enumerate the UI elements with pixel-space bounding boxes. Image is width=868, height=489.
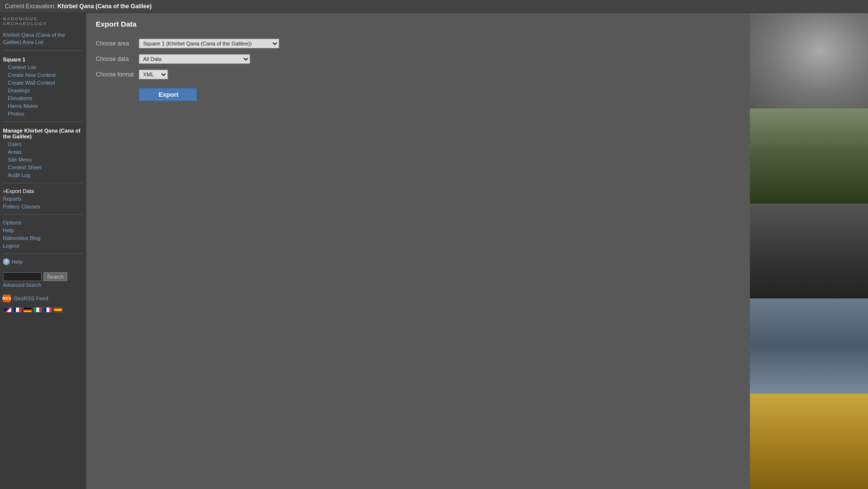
divider-5 [3, 253, 83, 254]
georss-link[interactable]: GeoRSS Feed [14, 296, 48, 301]
manage-section-title: Manage Khirbet Qana (Cana of the Galilee… [3, 128, 83, 139]
choose-format-cell: XML [139, 67, 284, 82]
sidebar-item-areas[interactable]: Areas [3, 148, 83, 156]
sidebar-item-nabonidus-blog[interactable]: Nabonidus Blog [3, 234, 83, 242]
choose-format-select[interactable]: XML [139, 70, 168, 79]
choose-area-label: Choose area [96, 36, 139, 51]
export-button-label-cell [96, 82, 139, 104]
flag-fr[interactable] [13, 307, 22, 312]
flag-uk[interactable] [3, 307, 12, 312]
main-content: Export Data Choose area Square 1 (Khirbe… [86, 13, 750, 489]
choose-format-row: Choose format XML [96, 67, 284, 82]
photo-3 [750, 204, 868, 299]
export-button[interactable]: Export [139, 88, 197, 101]
sidebar-item-options[interactable]: Options [3, 219, 83, 226]
search-row: Search [3, 272, 83, 281]
divider-4 [3, 214, 83, 215]
sidebar-item-reports[interactable]: Reports [3, 195, 83, 203]
sidebar-item-create-wall-context[interactable]: Create Wall Context [3, 79, 83, 87]
site-link[interactable]: Khirbet Qana (Cana of the Galilee) Area … [3, 31, 83, 46]
photo-4 [750, 298, 868, 394]
choose-area-select[interactable]: Square 1 (Khirbet Qana (Cana of the Gali… [139, 39, 279, 48]
sidebar-item-users[interactable]: Users [3, 140, 83, 148]
top-bar: Current Excavation: Khirbet Qana (Cana o… [0, 0, 868, 13]
sidebar-item-elevations[interactable]: Elevations [3, 94, 83, 102]
site-name: Khirbet Qana (Cana of the Galilee) [58, 3, 152, 10]
advanced-search-link[interactable]: Advanced Search [3, 282, 83, 288]
georss-area: RSS GeoRSS Feed [3, 295, 83, 302]
current-excavation-label: Current Excavation: [5, 3, 56, 10]
choose-format-label: Choose format [96, 67, 139, 82]
choose-data-row: Choose data All Data [96, 51, 284, 67]
flag-de[interactable] [23, 307, 32, 312]
sidebar-item-create-new-context[interactable]: Create New Context [3, 71, 83, 79]
logo-sub: ARCHAEOLOGY [3, 22, 83, 27]
flag-it[interactable] [33, 307, 42, 312]
sidebar-item-context-sheet[interactable]: Context Sheet [3, 163, 83, 171]
sidebar-item-context-list[interactable]: Context List [3, 63, 83, 71]
sidebar-item-pottery-classes[interactable]: Pottery Classes [3, 203, 83, 210]
logo: NABONIDUS ARCHAEOLOGY [3, 17, 83, 27]
sidebar-item-export-data[interactable]: »Export Data [3, 187, 83, 195]
divider-1 [3, 50, 83, 51]
export-button-cell: Export [139, 82, 284, 104]
choose-area-cell: Square 1 (Khirbet Qana (Cana of the Gali… [139, 36, 284, 51]
photo-1 [750, 13, 868, 108]
choose-data-select[interactable]: All Data [139, 54, 250, 64]
sidebar-item-help[interactable]: Help [3, 226, 83, 234]
export-form: Choose area Square 1 (Khirbet Qana (Cana… [96, 36, 284, 104]
sidebar-item-harris-matrix[interactable]: Harris Matrix [3, 102, 83, 110]
choose-data-label: Choose data [96, 51, 139, 67]
rss-icon: RSS [3, 295, 11, 302]
photo-2 [750, 108, 868, 204]
sidebar-item-site-menu[interactable]: Site Menu [3, 156, 83, 163]
divider-2 [3, 121, 83, 122]
sidebar-item-photos[interactable]: Photos [3, 110, 83, 118]
flag-fr2[interactable] [44, 307, 52, 312]
sidebar-item-audit-log[interactable]: Audit Log [3, 171, 83, 179]
right-panel [750, 13, 868, 489]
sidebar-item-drawings[interactable]: Drawings [3, 87, 83, 94]
choose-data-cell: All Data [139, 51, 284, 67]
export-button-row: Export [96, 82, 284, 104]
export-data-title: Export Data [96, 20, 740, 28]
divider-3 [3, 183, 83, 183]
search-area: Search Advanced Search [3, 272, 83, 288]
help-link[interactable]: Help [12, 258, 23, 266]
help-row: ? Help [3, 258, 83, 266]
sidebar-item-logout[interactable]: Logout [3, 242, 83, 250]
photo-5 [750, 394, 868, 489]
flag-es[interactable] [54, 307, 62, 312]
help-icon: ? [3, 258, 10, 265]
square-section-title: Square 1 [3, 57, 83, 62]
choose-area-row: Choose area Square 1 (Khirbet Qana (Cana… [96, 36, 284, 51]
search-button[interactable]: Search [44, 272, 67, 281]
search-input[interactable] [3, 272, 42, 281]
sidebar: NABONIDUS ARCHAEOLOGY Khirbet Qana (Cana… [0, 13, 86, 489]
flags-area [3, 307, 83, 312]
